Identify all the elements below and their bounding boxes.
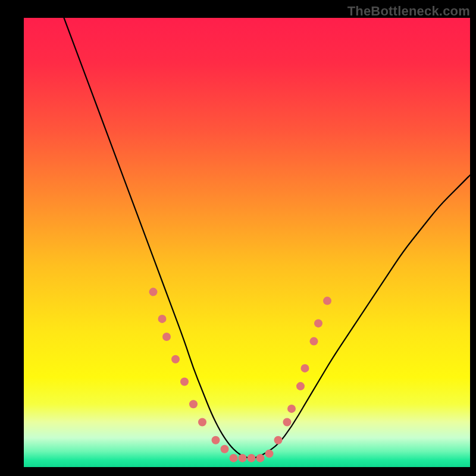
gradient-background <box>24 18 470 467</box>
curve-marker <box>310 337 318 346</box>
curve-marker <box>212 436 220 444</box>
curve-marker <box>274 436 283 444</box>
curve-marker <box>256 454 265 462</box>
curve-marker <box>230 454 238 462</box>
curve-marker <box>283 418 292 427</box>
curve-marker <box>301 364 309 372</box>
watermark-text: TheBottleneck.com <box>347 4 470 19</box>
curve-marker <box>239 454 247 462</box>
curve-marker <box>314 319 322 327</box>
curve-marker <box>198 418 206 427</box>
chart-frame: TheBottleneck.com <box>0 0 476 476</box>
plot-area <box>24 18 470 467</box>
curve-marker <box>323 297 331 305</box>
curve-marker <box>296 382 305 390</box>
curve-marker <box>189 400 198 408</box>
curve-marker <box>158 315 167 323</box>
curve-marker <box>221 445 229 453</box>
curve-marker <box>149 288 158 296</box>
bottleneck-chart <box>24 18 470 467</box>
curve-marker <box>162 333 171 341</box>
curve-marker <box>180 378 189 386</box>
curve-marker <box>171 355 180 364</box>
curve-marker <box>265 449 274 458</box>
curve-marker <box>287 405 296 413</box>
curve-marker <box>248 454 256 462</box>
